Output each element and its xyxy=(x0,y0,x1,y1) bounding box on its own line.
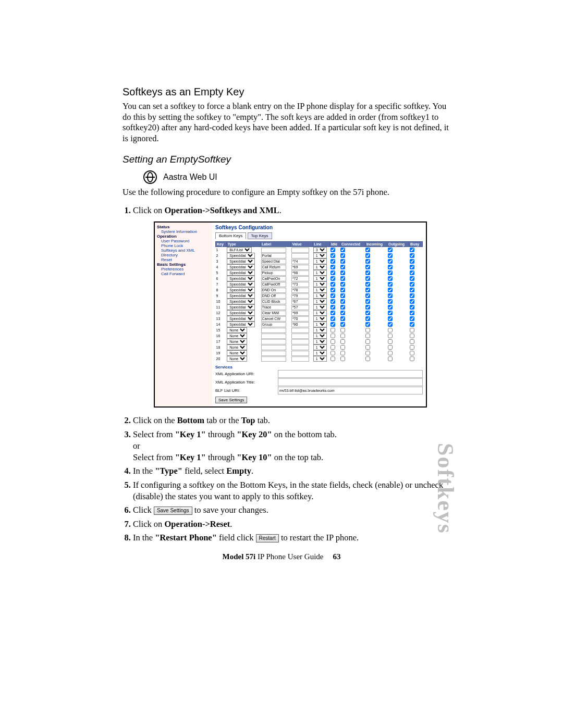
blf-uri-input[interactable] xyxy=(278,387,423,394)
state-checkbox[interactable] xyxy=(410,248,414,252)
state-checkbox[interactable] xyxy=(331,316,335,321)
state-checkbox[interactable] xyxy=(388,328,393,332)
type-select[interactable]: Speeddial xyxy=(227,322,255,327)
type-select[interactable]: None xyxy=(227,356,247,362)
state-checkbox[interactable] xyxy=(388,334,393,338)
state-checkbox[interactable] xyxy=(365,282,370,287)
line-select[interactable]: 1 xyxy=(313,350,327,356)
type-select[interactable]: Speeddial xyxy=(227,258,255,264)
line-select[interactable]: 1 xyxy=(313,293,327,299)
state-checkbox[interactable] xyxy=(331,270,335,275)
line-select[interactable]: 1 xyxy=(313,299,327,304)
state-checkbox[interactable] xyxy=(340,276,345,281)
state-checkbox[interactable] xyxy=(331,334,335,338)
state-checkbox[interactable] xyxy=(365,339,370,344)
fig-save-button[interactable]: Save Settings xyxy=(215,397,247,403)
state-checkbox[interactable] xyxy=(410,299,414,304)
state-checkbox[interactable] xyxy=(365,334,370,338)
state-checkbox[interactable] xyxy=(365,248,370,252)
state-checkbox[interactable] xyxy=(340,316,345,321)
state-checkbox[interactable] xyxy=(340,305,345,310)
state-checkbox[interactable] xyxy=(331,293,335,298)
line-select[interactable]: 1 xyxy=(313,287,327,293)
label-input[interactable] xyxy=(261,322,286,327)
value-input[interactable] xyxy=(291,248,309,253)
type-select[interactable]: None xyxy=(227,333,247,339)
line-select[interactable]: 1 xyxy=(313,276,327,281)
type-select[interactable]: Speeddial xyxy=(227,316,255,322)
line-select[interactable]: 1 xyxy=(313,304,327,310)
label-input[interactable] xyxy=(261,299,286,304)
type-select[interactable]: Speeddial xyxy=(227,270,255,276)
type-select[interactable]: Speeddial xyxy=(227,264,255,270)
state-checkbox[interactable] xyxy=(331,351,335,355)
state-checkbox[interactable] xyxy=(365,276,370,281)
state-checkbox[interactable] xyxy=(340,270,345,275)
state-checkbox[interactable] xyxy=(331,356,335,361)
value-input[interactable] xyxy=(291,316,309,322)
type-select[interactable]: Speeddial xyxy=(227,304,255,310)
state-checkbox[interactable] xyxy=(340,282,345,287)
state-checkbox[interactable] xyxy=(331,248,335,252)
state-checkbox[interactable] xyxy=(388,248,393,252)
state-checkbox[interactable] xyxy=(388,253,393,258)
state-checkbox[interactable] xyxy=(365,311,370,315)
state-checkbox[interactable] xyxy=(365,322,370,327)
line-select[interactable]: 3 xyxy=(313,247,327,253)
label-input[interactable] xyxy=(261,288,286,293)
state-checkbox[interactable] xyxy=(340,253,345,258)
state-checkbox[interactable] xyxy=(365,270,370,275)
label-input[interactable] xyxy=(261,282,286,287)
line-select[interactable]: 1 xyxy=(313,327,327,333)
state-checkbox[interactable] xyxy=(331,288,335,292)
value-input[interactable] xyxy=(291,328,309,333)
xml-title-input[interactable] xyxy=(278,378,423,386)
state-checkbox[interactable] xyxy=(340,334,345,338)
state-checkbox[interactable] xyxy=(340,328,345,332)
state-checkbox[interactable] xyxy=(365,293,370,298)
type-select[interactable]: Speeddial xyxy=(227,293,255,299)
value-input[interactable] xyxy=(291,339,309,344)
state-checkbox[interactable] xyxy=(388,345,393,350)
state-checkbox[interactable] xyxy=(340,345,345,350)
state-checkbox[interactable] xyxy=(340,356,345,361)
value-input[interactable] xyxy=(291,293,309,299)
line-select[interactable]: 1 xyxy=(313,356,327,362)
state-checkbox[interactable] xyxy=(388,322,393,327)
type-select[interactable]: Speeddial xyxy=(227,310,255,316)
state-checkbox[interactable] xyxy=(365,356,370,361)
line-select[interactable]: 1 xyxy=(313,344,327,350)
type-select[interactable]: Speeddial xyxy=(227,276,255,281)
state-checkbox[interactable] xyxy=(388,316,393,321)
state-checkbox[interactable] xyxy=(340,248,345,252)
xml-uri-input[interactable] xyxy=(278,370,423,378)
value-input[interactable] xyxy=(291,253,309,258)
type-select[interactable]: None xyxy=(227,339,247,344)
state-checkbox[interactable] xyxy=(410,270,414,275)
label-input[interactable] xyxy=(261,253,286,258)
label-input[interactable] xyxy=(261,293,286,299)
state-checkbox[interactable] xyxy=(340,288,345,292)
state-checkbox[interactable] xyxy=(365,299,370,304)
label-input[interactable] xyxy=(261,311,286,316)
line-select[interactable]: 1 xyxy=(313,258,327,264)
state-checkbox[interactable] xyxy=(388,276,393,281)
label-input[interactable] xyxy=(261,328,286,333)
state-checkbox[interactable] xyxy=(388,339,393,344)
state-checkbox[interactable] xyxy=(388,288,393,292)
state-checkbox[interactable] xyxy=(331,265,335,269)
state-checkbox[interactable] xyxy=(365,259,370,264)
tab-top-keys[interactable]: Top Keys xyxy=(248,232,272,239)
line-select[interactable]: 1 xyxy=(313,264,327,270)
state-checkbox[interactable] xyxy=(410,345,414,350)
value-input[interactable] xyxy=(291,351,309,356)
value-input[interactable] xyxy=(291,299,309,304)
state-checkbox[interactable] xyxy=(388,311,393,315)
label-input[interactable] xyxy=(261,356,286,362)
type-select[interactable]: BLF/List xyxy=(227,247,252,253)
line-select[interactable]: 1 xyxy=(313,310,327,316)
state-checkbox[interactable] xyxy=(410,293,414,298)
line-select[interactable]: 1 xyxy=(313,253,327,258)
type-select[interactable]: Speeddial xyxy=(227,287,255,293)
state-checkbox[interactable] xyxy=(365,265,370,269)
